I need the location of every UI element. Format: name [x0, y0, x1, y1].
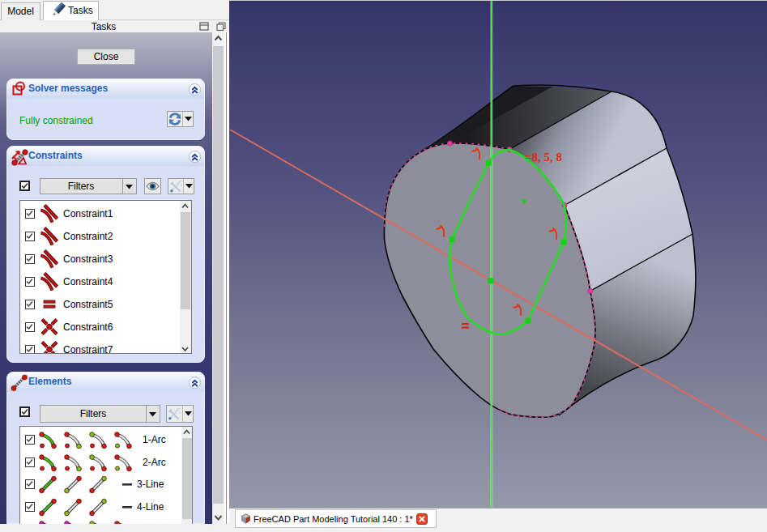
- svg-text:=8, 5, 8: =8, 5, 8: [525, 151, 562, 164]
